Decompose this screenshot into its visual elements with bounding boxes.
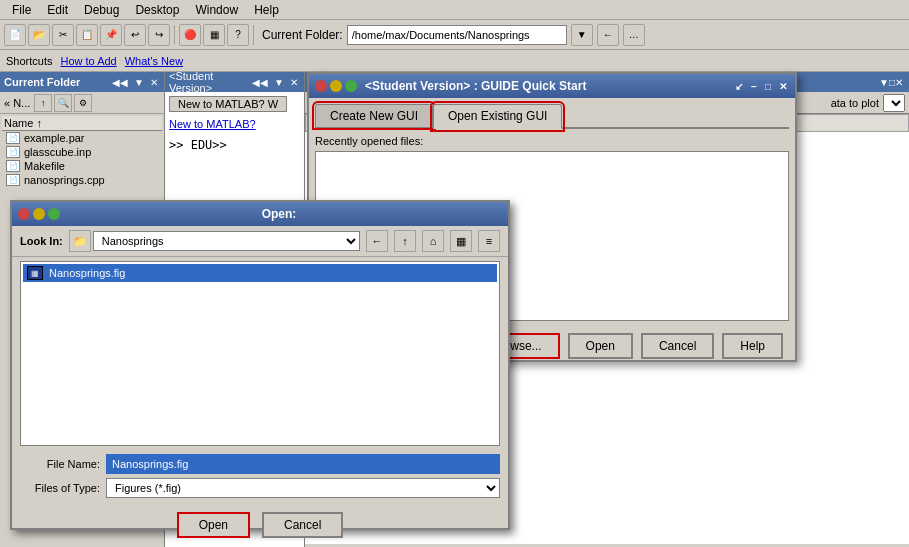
new-to-matlab-link[interactable]: New to MATLAB? [169, 118, 256, 130]
guide-close-button[interactable] [315, 80, 327, 92]
open-dialog-maximize-button[interactable] [48, 208, 60, 220]
folder-browse-button[interactable]: … [623, 24, 645, 46]
guide-help-button[interactable]: Help [722, 333, 783, 359]
guide-titlebar-maximize[interactable]: □ [763, 81, 773, 92]
current-folder-bar: Current Folder: ▼ ← … [262, 24, 645, 46]
panel-close-button[interactable]: ✕ [148, 77, 160, 88]
panel-menu-button[interactable]: ▼ [132, 77, 146, 88]
list-item[interactable]: 📄 Makefile [2, 159, 162, 173]
redo-button[interactable]: ↪ [148, 24, 170, 46]
tab-create-new-gui[interactable]: Create New GUI [315, 104, 433, 127]
fig-file-icon: ▦ [27, 266, 43, 280]
main-toolbar: 📄 📂 ✂ 📋 📌 ↩ ↪ 🔴 ▦ ? Current Folder: ▼ ← … [0, 20, 909, 50]
folder-up-button[interactable]: ↑ [34, 94, 52, 112]
look-in-label: Look In: [20, 235, 63, 247]
open-file-dialog: Open: Look In: 📁 Nanosprings ← ↑ ⌂ ▦ ≡ ▦… [10, 200, 510, 530]
menu-help[interactable]: Help [246, 1, 287, 19]
shortcuts-bar: Shortcuts How to Add What's New [0, 50, 909, 72]
menu-debug[interactable]: Debug [76, 1, 127, 19]
files-of-type-select[interactable]: Figures (*.fig) [106, 478, 500, 498]
guide-titlebar-minimize[interactable]: − [749, 81, 759, 92]
folder-options-button[interactable]: ⚙ [74, 94, 92, 112]
open-file-list-area[interactable]: ▦ Nanosprings.fig [20, 261, 500, 446]
folder-back-button[interactable]: ← [597, 24, 619, 46]
open-dialog-toolbar: Look In: 📁 Nanosprings ← ↑ ⌂ ▦ ≡ [12, 226, 508, 257]
open-dialog-open-button[interactable]: Open [177, 512, 250, 538]
open-view-list-button[interactable]: ≡ [478, 230, 500, 252]
folder-file-list: Name ↑ 📄 example.par 📄 glasscube.inp 📄 M… [0, 114, 164, 189]
command-window-title: <Student Version> [169, 70, 250, 94]
guide-titlebar-arrow[interactable]: ↙ [733, 81, 745, 92]
guide-tab-bar: Create New GUI Open Existing GUI [315, 104, 789, 129]
cmd-tab[interactable]: New to MATLAB? W [169, 96, 287, 112]
menu-file[interactable]: File [4, 1, 39, 19]
open-dialog-fields: File Name: Files of Type: Figures (*.fig… [12, 450, 508, 506]
help-button[interactable]: ? [227, 24, 249, 46]
files-of-type-label: Files of Type: [20, 482, 100, 494]
list-item[interactable]: 📄 nanosprings.cpp [2, 173, 162, 187]
list-item[interactable]: ▦ Nanosprings.fig [23, 264, 497, 282]
folder-path-input[interactable] [347, 25, 567, 45]
guide-maximize-button[interactable] [345, 80, 357, 92]
open-nav-up-button[interactable]: ↑ [394, 230, 416, 252]
guide-titlebar-close[interactable]: ✕ [777, 81, 789, 92]
open-dialog-window-controls [18, 208, 60, 220]
menu-edit[interactable]: Edit [39, 1, 76, 19]
open-dialog-close-button[interactable] [18, 208, 30, 220]
folder-nav-toolbar: « N... ↑ 🔍 ⚙ [0, 92, 164, 114]
folder-path-display: « N... [2, 97, 32, 109]
workspace-dropdown[interactable] [883, 94, 905, 112]
menu-window[interactable]: Window [187, 1, 246, 19]
new-file-button[interactable]: 📄 [4, 24, 26, 46]
open-dialog-cancel-button[interactable]: Cancel [262, 512, 343, 538]
guide-window-controls [315, 80, 357, 92]
undo-button[interactable]: ↩ [124, 24, 146, 46]
guide-minimize-button[interactable] [330, 80, 342, 92]
cmd-menu-button[interactable]: ▼ [272, 77, 286, 88]
command-content: New to MATLAB? W New to MATLAB? >> EDU>> [165, 92, 304, 156]
paste-button[interactable]: 📌 [100, 24, 122, 46]
file-name-input[interactable] [106, 454, 500, 474]
current-folder-label: Current Folder: [262, 28, 343, 42]
menu-bar: File Edit Debug Desktop Window Help [0, 0, 909, 20]
cut-button[interactable]: ✂ [52, 24, 74, 46]
guide-title-text: <Student Version> : GUIDE Quick Start [315, 79, 586, 93]
whats-new-link[interactable]: What's New [125, 55, 183, 67]
current-folder-title: Current Folder [4, 76, 80, 88]
list-item[interactable]: 📄 glasscube.inp [2, 145, 162, 159]
file-name-label: File Name: [20, 458, 100, 470]
copy-button[interactable]: 📋 [76, 24, 98, 46]
open-view-grid-button[interactable]: ▦ [450, 230, 472, 252]
guide-open-button[interactable]: Open [568, 333, 633, 359]
open-dialog-title: Open: [262, 207, 297, 221]
shortcuts-label: Shortcuts [6, 55, 52, 67]
open-file-button[interactable]: 📂 [28, 24, 50, 46]
right-panel-controls[interactable]: ▼□✕ [877, 77, 905, 88]
how-to-add-link[interactable]: How to Add [60, 55, 116, 67]
guide-cancel-button[interactable]: Cancel [641, 333, 714, 359]
open-dialog-minimize-button[interactable] [33, 208, 45, 220]
file-icon: 📄 [6, 132, 20, 144]
cmd-close-button[interactable]: ✕ [288, 77, 300, 88]
file-icon: 📄 [6, 146, 20, 158]
guide-dialog-titlebar: <Student Version> : GUIDE Quick Start ↙ … [309, 74, 795, 98]
simulink-button[interactable]: 🔴 [179, 24, 201, 46]
command-prompt[interactable]: >> EDU>> [169, 138, 300, 152]
look-in-select[interactable]: Nanosprings [93, 231, 360, 251]
current-folder-titlebar: Current Folder ◀◀ ▼ ✕ [0, 72, 164, 92]
folder-column-header: Name ↑ [2, 116, 162, 131]
guide-button[interactable]: ▦ [203, 24, 225, 46]
file-icon: 📄 [6, 174, 20, 186]
list-item[interactable]: 📄 example.par [2, 131, 162, 145]
tab-open-existing-gui[interactable]: Open Existing GUI [433, 104, 562, 129]
folder-dropdown-button[interactable]: ▼ [571, 24, 593, 46]
open-nav-back-button[interactable]: ← [366, 230, 388, 252]
panel-pin-button[interactable]: ◀◀ [110, 77, 130, 88]
menu-desktop[interactable]: Desktop [127, 1, 187, 19]
toolbar-separator-2 [253, 25, 254, 45]
panel-controls: ◀◀ ▼ ✕ [110, 77, 160, 88]
cmd-pin-button[interactable]: ◀◀ [250, 77, 270, 88]
folder-search-button[interactable]: 🔍 [54, 94, 72, 112]
files-of-type-row: Files of Type: Figures (*.fig) [20, 478, 500, 498]
open-nav-home-button[interactable]: ⌂ [422, 230, 444, 252]
